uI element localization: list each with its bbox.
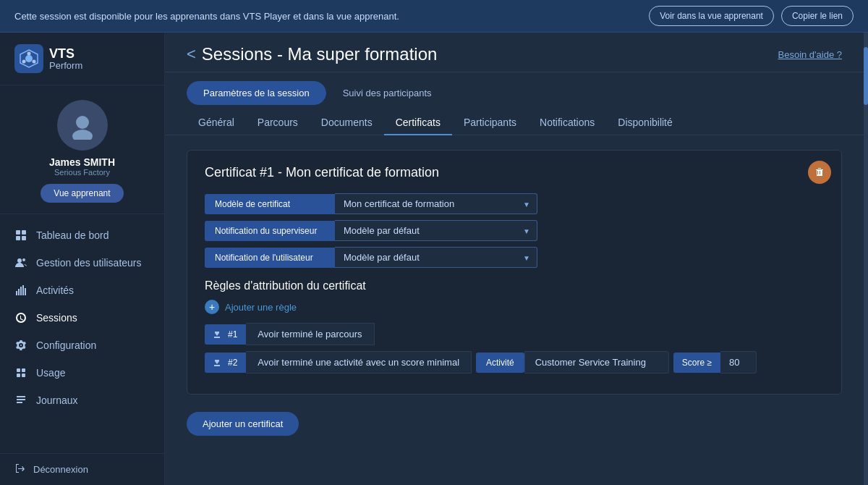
view-apprenant-button[interactable]: Voir dans la vue apprenant (649, 6, 774, 26)
sidebar-item-usage[interactable]: Usage (0, 359, 164, 387)
logo-vts: VTS (49, 47, 82, 60)
svg-rect-20 (17, 374, 20, 377)
copy-link-button[interactable]: Copier le lien (781, 6, 854, 26)
sidebar-profile: James SMITH Serious Factory Vue apprenan… (0, 85, 164, 214)
select-wrapper-modele: Mon certificat de formation (335, 193, 537, 214)
rule-row-1: #1 Avoir terminé le parcours (205, 323, 824, 345)
rule-activity-badge: Activité (476, 353, 524, 373)
user-company: Serious Factory (54, 168, 110, 177)
svg-rect-13 (16, 291, 17, 295)
svg-point-5 (76, 116, 89, 129)
field-label-notification-superviseur: Notification du superviseur (205, 221, 335, 241)
field-label-notification-utilisateur: Notification de l'utilisateur (205, 248, 335, 268)
add-rule-text: Ajouter une règle (225, 302, 297, 313)
svg-rect-25 (214, 337, 220, 338)
tab-suivi-participants[interactable]: Suivi des participants (326, 81, 448, 105)
rule-desc-1: Avoir terminé le parcours (246, 323, 374, 345)
tab-notifications[interactable]: Notifications (528, 111, 606, 135)
tab-general[interactable]: Général (187, 111, 246, 135)
rule-row-2: #2 Avoir terminé une activité avec un sc… (205, 351, 824, 374)
notif-buttons: Voir dans la vue apprenant Copier le lie… (649, 6, 854, 26)
sidebar: VTS Perform James SMITH Serious Factory … (0, 33, 165, 485)
logo-perform: Perform (49, 60, 82, 71)
certificate-card: Certificat #1 - Mon certificat de format… (187, 150, 842, 395)
page-title: Sessions - Ma super formation (202, 44, 437, 64)
svg-rect-14 (18, 289, 20, 295)
svg-rect-24 (17, 402, 22, 403)
select-modele-certificat[interactable]: Mon certificat de formation (335, 193, 537, 214)
add-rule-icon: + (205, 300, 219, 314)
help-link[interactable]: Besoin d'aide ? (778, 49, 843, 60)
select-wrapper-utilisateur: Modèle par défaut (335, 247, 537, 268)
sidebar-label-sessions: Sessions (36, 312, 77, 324)
sidebar-label-configuration: Configuration (36, 340, 96, 351)
tab-parcours[interactable]: Parcours (246, 111, 310, 135)
tab-participants[interactable]: Participants (452, 111, 528, 135)
dashboard-icon (14, 229, 27, 242)
tab-disponibilite[interactable]: Disponibilité (606, 111, 684, 135)
select-notification-superviseur[interactable]: Modèle par défaut (335, 220, 537, 241)
scroll-indicator (864, 33, 868, 485)
certificate-title: Certificat #1 - Mon certificat de format… (205, 165, 824, 180)
sidebar-label-tableau-de-bord: Tableau de bord (36, 229, 109, 241)
main-layout: VTS Perform James SMITH Serious Factory … (0, 33, 868, 485)
rules-title: Règles d'attribution du certificat (205, 279, 824, 292)
tabs-secondary: Général Parcours Documents Certificats P… (165, 105, 864, 135)
sidebar-logo: VTS Perform (0, 33, 164, 85)
sidebar-label-journaux: Journaux (36, 395, 78, 406)
svg-point-4 (22, 60, 26, 64)
add-rule-row[interactable]: + Ajouter une règle (205, 300, 824, 314)
rule-score-value: 80 (720, 351, 757, 374)
users-icon (14, 256, 27, 269)
back-arrow[interactable]: < (187, 45, 196, 64)
sidebar-item-activites[interactable]: Activités (0, 277, 164, 304)
sessions-icon (14, 311, 27, 324)
svg-rect-22 (17, 396, 25, 397)
sidebar-item-gestion-utilisateurs[interactable]: Gestion des utilisateurs (0, 249, 164, 277)
config-icon (14, 339, 27, 352)
tab-parametres-session[interactable]: Paramètres de la session (187, 81, 326, 105)
svg-point-3 (33, 60, 36, 64)
select-wrapper-superviseur: Modèle par défaut (335, 220, 537, 241)
logo-icon (14, 44, 43, 73)
svg-rect-19 (22, 368, 25, 372)
logo-text: VTS Perform (49, 47, 82, 71)
svg-rect-18 (17, 368, 20, 372)
logout-label: Déconnexion (33, 464, 88, 475)
activities-icon (14, 284, 27, 297)
sidebar-label-gestion-utilisateurs: Gestion des utilisateurs (36, 257, 142, 269)
tabs-primary: Paramètres de la session Suivi des parti… (165, 72, 864, 105)
field-label-modele-certificat: Modèle de certificat (205, 194, 335, 214)
tab-documents[interactable]: Documents (310, 111, 384, 135)
sidebar-item-tableau-de-bord[interactable]: Tableau de bord (0, 222, 164, 249)
sidebar-item-journaux[interactable]: Journaux (0, 387, 164, 414)
vue-apprenant-button[interactable]: Vue apprenant (41, 184, 123, 203)
scroll-thumb (864, 47, 868, 105)
sidebar-item-sessions[interactable]: Sessions (0, 304, 164, 332)
field-notification-superviseur: Notification du superviseur Modèle par d… (205, 220, 824, 241)
field-notification-utilisateur: Notification de l'utilisateur Modèle par… (205, 247, 824, 268)
select-notification-utilisateur[interactable]: Modèle par défaut (335, 247, 537, 268)
svg-rect-17 (25, 288, 26, 295)
rule-num-1: #1 (205, 324, 246, 345)
sidebar-logout[interactable]: Déconnexion (0, 453, 164, 485)
svg-rect-8 (22, 230, 26, 235)
rule-activity-value: Customer Service Training (524, 351, 669, 374)
rule-desc-2: Avoir terminé une activité avec un score… (246, 351, 472, 374)
svg-rect-10 (22, 236, 26, 240)
tab-certificats[interactable]: Certificats (384, 111, 452, 135)
field-modele-certificat: Modèle de certificat Mon certificat de f… (205, 193, 824, 214)
sidebar-item-configuration[interactable]: Configuration (0, 332, 164, 359)
svg-point-2 (27, 52, 31, 56)
logout-icon (14, 463, 26, 476)
rule-num-2: #2 (205, 353, 246, 373)
svg-rect-9 (16, 236, 20, 240)
page-header: < Sessions - Ma super formation Besoin d… (165, 33, 864, 72)
svg-point-12 (22, 258, 25, 261)
sidebar-label-activites: Activités (36, 284, 74, 296)
svg-point-1 (25, 55, 33, 62)
logs-icon (14, 394, 27, 407)
sidebar-nav: Tableau de bord Gestion des utilisateurs… (0, 214, 164, 453)
delete-certificate-button[interactable] (808, 161, 831, 184)
add-certificate-button[interactable]: Ajouter un certificat (187, 412, 299, 436)
